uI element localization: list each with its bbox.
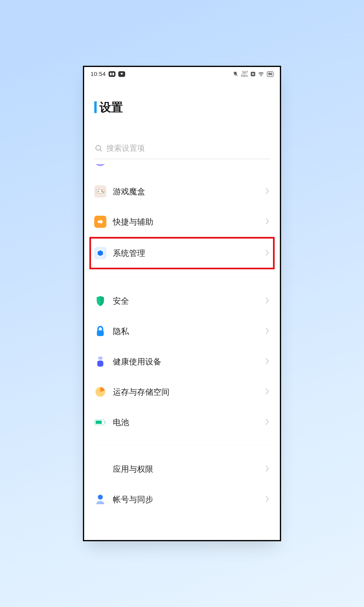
page-title-row: 设置 <box>84 81 280 117</box>
svg-point-18 <box>98 495 103 500</box>
svg-line-6 <box>100 149 102 151</box>
chevron-right-icon <box>264 187 270 196</box>
chevron-right-icon <box>264 495 270 504</box>
security-icon <box>94 295 106 307</box>
battery-icon <box>94 416 106 428</box>
chevron-right-icon <box>264 418 270 427</box>
svg-point-8 <box>101 190 103 192</box>
settings-row-system[interactable]: 系统管理 <box>89 237 275 269</box>
search-icon <box>95 144 103 152</box>
row-label: 运存与存储空间 <box>113 386 258 397</box>
settings-row-account[interactable]: 帐号与同步 <box>94 484 270 515</box>
storage-icon <box>94 386 106 398</box>
row-label: 安全 <box>113 295 258 306</box>
svg-rect-11 <box>97 330 104 336</box>
settings-row-health[interactable]: 健康使用设备 <box>94 346 270 377</box>
fingerprint-icon <box>94 164 106 166</box>
row-label: 健康使用设备 <box>113 356 258 367</box>
row-label: 快捷与辅助 <box>113 216 258 227</box>
network-speed: 347 KB/s <box>241 71 248 78</box>
no-sim-icon <box>251 72 255 76</box>
chevron-right-icon <box>264 327 270 336</box>
row-label: 游戏魔盒 <box>113 186 258 197</box>
chevron-right-icon <box>264 217 270 226</box>
phone-frame: 10:54 347 KB/s 96 设置 <box>83 66 281 541</box>
svg-point-9 <box>103 191 104 193</box>
svg-rect-1 <box>112 73 114 76</box>
mute-icon <box>233 71 238 77</box>
row-label: 隐私 <box>113 326 258 337</box>
row-label: 指纹、面部与密码 <box>113 164 258 166</box>
settings-row-gamebox[interactable]: 游戏魔盒 <box>94 176 270 207</box>
gamebox-icon <box>94 185 106 198</box>
wifi-icon <box>258 72 264 77</box>
status-time: 10:54 <box>91 71 106 77</box>
shortcut-icon <box>94 216 106 228</box>
settings-row-apps[interactable]: 应用与权限 <box>94 454 270 484</box>
chevron-right-icon <box>264 296 270 305</box>
svg-rect-17 <box>96 421 102 424</box>
svg-rect-12 <box>98 356 103 360</box>
list-divider <box>94 446 270 446</box>
svg-point-4 <box>261 76 261 77</box>
battery-indicator: 96 <box>267 71 273 77</box>
svg-point-5 <box>96 145 101 150</box>
svg-rect-13 <box>97 361 103 367</box>
chevron-right-icon <box>264 249 270 258</box>
row-label: 帐号与同步 <box>113 494 258 505</box>
search-input[interactable]: 搜索设置项 <box>94 141 270 159</box>
chevron-right-icon <box>264 387 270 396</box>
settings-row-storage[interactable]: 运存与存储空间 <box>94 377 270 407</box>
row-label: 应用与权限 <box>113 463 258 475</box>
settings-row-security[interactable]: 安全 <box>94 286 270 316</box>
chevron-right-icon <box>264 164 270 164</box>
health-icon <box>94 356 106 368</box>
chevron-right-icon <box>264 357 270 366</box>
settings-row-privacy[interactable]: 隐私 <box>94 316 270 346</box>
status-left: 10:54 <box>91 71 125 77</box>
svg-marker-10 <box>98 250 103 256</box>
settings-row-battery[interactable]: 电池 <box>94 407 270 437</box>
chevron-right-icon <box>264 464 270 474</box>
settings-list: 指纹、面部与密码 游戏魔盒 快捷与辅助 <box>84 164 280 515</box>
status-bar: 10:54 347 KB/s 96 <box>84 67 280 81</box>
status-app-icon-2 <box>118 71 125 77</box>
svg-rect-0 <box>110 73 112 76</box>
row-label: 系统管理 <box>113 248 258 259</box>
settings-row-fingerprint[interactable]: 指纹、面部与密码 <box>94 164 270 176</box>
system-icon <box>94 247 106 259</box>
svg-rect-16 <box>105 421 106 423</box>
search-placeholder: 搜索设置项 <box>106 143 145 153</box>
settings-row-shortcut[interactable]: 快捷与辅助 <box>94 207 270 237</box>
status-right: 347 KB/s 96 <box>233 71 273 78</box>
status-app-icon-1 <box>109 71 116 77</box>
search-wrap: 搜索设置项 <box>84 117 280 164</box>
page-title: 设置 <box>94 101 270 113</box>
apps-icon <box>94 463 106 475</box>
privacy-icon <box>94 325 106 337</box>
account-icon <box>94 493 106 505</box>
row-label: 电池 <box>113 417 258 428</box>
